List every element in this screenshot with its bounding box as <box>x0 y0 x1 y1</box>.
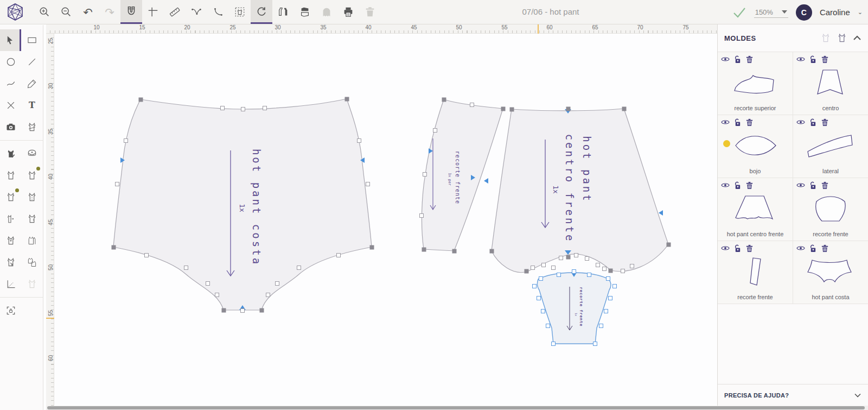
select-arrow-icon[interactable] <box>0 29 21 51</box>
pattern-thumbnail <box>797 254 864 289</box>
cut-piece-icon[interactable] <box>21 116 42 138</box>
eye-icon[interactable] <box>721 182 730 188</box>
zoom-level-select[interactable]: 150% <box>754 7 788 18</box>
zoom-level-value: 150% <box>755 8 773 16</box>
trash-icon[interactable] <box>821 181 829 190</box>
eye-icon[interactable] <box>796 245 805 251</box>
lock-area-icon[interactable] <box>0 300 21 321</box>
eye-icon[interactable] <box>721 119 730 125</box>
zoom-out-icon[interactable] <box>55 0 77 24</box>
piece-badge-icon[interactable] <box>21 165 42 186</box>
copy-pieces-icon[interactable] <box>21 251 42 273</box>
measuring-tape-icon[interactable] <box>21 143 42 165</box>
piece-label-line2: centro frente <box>564 134 576 243</box>
cross-guide-icon[interactable] <box>142 0 164 24</box>
horizontal-scrollbar[interactable] <box>46 406 868 410</box>
pattern-card[interactable]: lateral <box>793 115 868 178</box>
camera-icon[interactable] <box>0 116 21 138</box>
lock-open-icon[interactable] <box>809 118 817 127</box>
piece-recorte-frente-selected[interactable]: recorte frente 1x <box>533 270 617 346</box>
pattern-card[interactable]: recorte frente <box>718 241 793 304</box>
eye-icon[interactable] <box>721 245 730 251</box>
mirror-piece-icon[interactable] <box>272 0 294 24</box>
lock-open-icon[interactable] <box>809 244 817 253</box>
piece-dashed-icon[interactable] <box>21 186 42 208</box>
corner-curve-icon[interactable] <box>207 0 229 24</box>
half-piece-icon[interactable] <box>0 208 21 230</box>
rotate-icon[interactable] <box>251 0 272 24</box>
redo-icon[interactable]: ↷ <box>99 0 120 24</box>
lock-open-icon[interactable] <box>733 181 742 190</box>
lock-open-icon[interactable] <box>733 55 742 64</box>
ruler-icon[interactable] <box>164 0 186 24</box>
trash-icon[interactable] <box>359 0 381 24</box>
pattern-card[interactable]: recorte superior <box>718 52 793 115</box>
saved-check-icon <box>732 7 746 18</box>
curve-tool-icon[interactable] <box>0 73 21 94</box>
user-avatar[interactable]: C <box>796 4 812 21</box>
piece-icon[interactable] <box>0 165 21 186</box>
piece-dark-icon[interactable] <box>837 33 847 43</box>
piece-export-icon[interactable] <box>0 251 21 273</box>
piece-hot-pant-centro-frente[interactable]: hot pant centro frente 1x <box>484 107 671 274</box>
pattern-card[interactable]: bojo <box>718 115 793 178</box>
drawing-canvas[interactable]: hot pant costa 1x <box>54 34 717 406</box>
piece-hot-pant-costa[interactable]: hot pant costa 1x <box>112 97 374 313</box>
eye-icon[interactable] <box>721 56 730 62</box>
stacked-pieces-icon[interactable] <box>21 230 42 251</box>
piece-dart-icon[interactable] <box>0 230 21 251</box>
pattern-card-label: recorte frente <box>718 294 793 300</box>
trash-icon[interactable] <box>745 55 754 64</box>
bezier-curve-icon[interactable] <box>186 0 207 24</box>
lock-open-icon[interactable] <box>809 181 817 190</box>
trash-icon[interactable] <box>821 244 829 253</box>
piece-quantity: 1x <box>575 313 578 316</box>
app-logo-icon[interactable] <box>0 0 30 24</box>
rectangle-tool-icon[interactable] <box>21 29 42 51</box>
lock-open-icon[interactable] <box>733 244 742 253</box>
top-toolbar: ↶ ↷ <box>0 0 868 24</box>
delete-x-icon[interactable] <box>0 94 21 116</box>
undo-icon[interactable]: ↶ <box>77 0 99 24</box>
piece-check-icon[interactable] <box>0 143 21 165</box>
eye-icon[interactable] <box>796 56 805 62</box>
trash-icon[interactable] <box>745 118 754 127</box>
ghost-icon[interactable] <box>316 0 337 24</box>
pattern-card[interactable]: hot pant costa <box>793 241 868 304</box>
pattern-card[interactable]: hot pant centro frente <box>718 178 793 241</box>
user-name[interactable]: Caroline <box>820 8 850 17</box>
piece-light-icon[interactable] <box>820 33 831 43</box>
lock-open-icon[interactable] <box>809 55 817 64</box>
zoom-in-icon[interactable] <box>34 0 55 24</box>
pencil-tool-icon[interactable] <box>21 73 42 94</box>
trash-icon[interactable] <box>821 55 829 64</box>
piece-notch-icon[interactable] <box>21 208 42 230</box>
print-icon[interactable] <box>337 0 359 24</box>
angle-chart-icon[interactable] <box>0 273 21 295</box>
circle-tool-icon[interactable] <box>0 51 21 73</box>
pattern-thumbnail <box>797 128 864 163</box>
piece-recorte-frente-par[interactable]: recorte frente 1x par <box>420 98 506 254</box>
help-footer[interactable]: PRECISA DE AJUDA? <box>718 384 868 406</box>
moldes-panel: MOLDES recorte superior <box>717 24 868 406</box>
collapse-chevron-up-icon[interactable] <box>853 35 861 41</box>
pattern-card[interactable]: recorte frente <box>793 178 868 241</box>
trash-icon[interactable] <box>745 244 754 253</box>
eye-icon[interactable] <box>796 182 805 188</box>
pieces-disabled-icon[interactable] <box>21 273 42 295</box>
fold-piece-icon[interactable] <box>294 0 316 24</box>
trash-icon[interactable] <box>821 118 829 127</box>
eye-icon[interactable] <box>796 119 805 125</box>
lock-open-icon[interactable] <box>733 118 742 127</box>
pattern-card-label: recorte frente <box>793 231 868 237</box>
select-piece-icon[interactable] <box>229 0 251 24</box>
scrollbar-thumb[interactable] <box>47 406 865 409</box>
pattern-thumbnail <box>722 191 788 226</box>
pattern-card[interactable]: centro <box>793 52 868 115</box>
trash-icon[interactable] <box>745 181 754 190</box>
text-tool-icon[interactable]: T <box>21 94 42 116</box>
magnet-icon[interactable] <box>120 0 142 24</box>
piece-badge2-icon[interactable] <box>0 186 21 208</box>
line-tool-icon[interactable] <box>21 51 42 73</box>
user-menu-chevron-icon[interactable]: ⌄ <box>858 9 863 16</box>
